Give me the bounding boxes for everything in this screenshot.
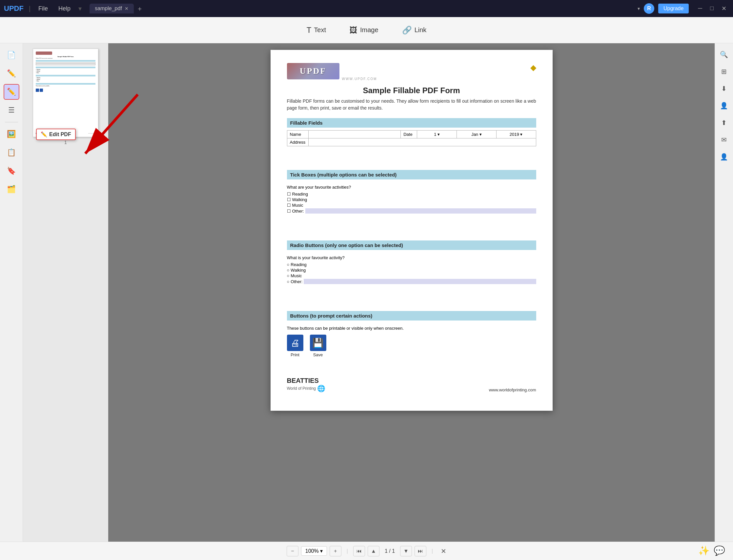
image-icon: 🖼 — [350, 26, 358, 35]
right-icon-search[interactable]: 🔍 — [717, 47, 731, 62]
pdf-page: UPDF WWW.UPDF.COM ◆ Sample Fillable PDF … — [271, 50, 553, 411]
name-input-cell[interactable] — [308, 131, 401, 138]
buttons-description: These buttons can be printable or visibl… — [287, 326, 536, 331]
fillable-fields-table: Name Date 1 ▾ Jan ▾ 2019 ▾ Address — [287, 130, 536, 146]
sidebar-icon-edit[interactable]: ✏️ — [4, 84, 19, 100]
zoom-in-button[interactable]: + — [330, 546, 342, 556]
edit-icon: ✏️ — [41, 131, 47, 137]
zoom-dropdown-icon: ▾ — [320, 548, 323, 554]
right-icon-upload[interactable]: ⬆ — [717, 115, 731, 130]
sidebar-icon-list[interactable]: ☰ — [4, 102, 19, 118]
pdf-logo: UPDF — [287, 63, 340, 79]
upgrade-button[interactable]: Upgrade — [658, 4, 689, 13]
divider2: ▾ — [78, 5, 82, 12]
text-tool[interactable]: T Text — [302, 23, 331, 37]
zoom-value: 100% — [305, 548, 319, 554]
text-label: Text — [314, 26, 326, 34]
comment-icon[interactable]: 💬 — [714, 545, 725, 556]
address-label: Address — [287, 138, 308, 146]
edit-pdf-label: Edit PDF — [49, 132, 71, 137]
radio-other: ○ Other: — [287, 279, 536, 284]
save-button[interactable]: 💾 Save — [310, 335, 326, 357]
page-display: 1 / 1 — [382, 548, 397, 554]
globe-icon: 🌐 — [317, 384, 325, 392]
pdf-title: Sample Fillable PDF Form — [287, 86, 536, 95]
sidebar-icon-sticker[interactable]: 🗂️ — [4, 181, 19, 197]
first-page-button[interactable]: ⏮ — [353, 546, 365, 556]
sidebar-icon-pages[interactable]: 📄 — [4, 47, 19, 63]
date-day-cell[interactable]: 1 ▾ — [417, 131, 457, 138]
checkbox-reading: ☐ Reading — [287, 192, 536, 197]
radio-buttons-content: What is your favourite activity? ○ Readi… — [287, 253, 536, 291]
fillable-fields-header: Fillable Fields — [287, 118, 536, 128]
print-button[interactable]: 🖨 Print — [287, 335, 304, 357]
close-bottom-bar-button[interactable]: ✕ — [441, 547, 446, 555]
right-icon-download[interactable]: ⬇ — [717, 81, 731, 96]
tick-boxes-question: What are your favourite activities? — [287, 185, 536, 190]
right-sidebar: 🔍 ⊞ ⬇ 👤 ⬆ ✉ 👤 — [715, 43, 733, 542]
right-icon-user[interactable]: 👤 — [717, 98, 731, 113]
footer-url: www.worldofprinting.com — [489, 387, 536, 392]
text-icon: T — [307, 26, 312, 35]
pdf-description: Fillable PDF forms can be customised to … — [287, 98, 536, 112]
minimize-button[interactable]: ─ — [695, 4, 705, 13]
divider: | — [29, 5, 31, 12]
upgrade-label: Upgrade — [663, 6, 683, 11]
zoom-display: 100% ▾ — [301, 546, 327, 556]
edit-pdf-button[interactable]: ✏️ Edit PDF — [36, 129, 76, 140]
buttons-content: These buttons can be printable or visibl… — [287, 323, 536, 364]
radio-walking: ○ Walking — [287, 268, 536, 273]
next-page-button[interactable]: ▼ — [400, 546, 412, 556]
title-bar-right: ▾ R Upgrade ─ □ ✕ — [638, 3, 729, 14]
right-icon-grid[interactable]: ⊞ — [717, 64, 731, 79]
tab-close-icon[interactable]: ✕ — [125, 6, 129, 11]
checkbox-walking: ☐ Walking — [287, 197, 536, 202]
help-menu[interactable]: Help — [56, 4, 73, 13]
tab-sample-pdf[interactable]: sample_pdf ✕ — [90, 4, 134, 13]
right-icon-share[interactable]: 👤 — [717, 150, 731, 164]
separator: | — [347, 548, 348, 554]
print-icon: 🖨 — [287, 335, 304, 351]
page-total: 1 — [392, 548, 395, 554]
tick-boxes-header: Tick Boxes (multiple options can be sele… — [287, 170, 536, 179]
file-menu[interactable]: File — [36, 4, 51, 13]
window-controls: ─ □ ✕ — [695, 4, 729, 13]
date-label: Date — [401, 131, 417, 138]
sidebar-divider — [5, 122, 18, 122]
title-bar: UPDF | File Help ▾ sample_pdf ✕ ＋ ▾ R Up… — [0, 0, 733, 17]
sidebar-icon-bookmark[interactable]: 🔖 — [4, 163, 19, 179]
date-year-cell[interactable]: 2019 ▾ — [496, 131, 536, 138]
pdf-viewer[interactable]: UPDF WWW.UPDF.COM ◆ Sample Fillable PDF … — [108, 43, 715, 542]
zoom-out-button[interactable]: − — [287, 546, 299, 556]
ai-icon[interactable]: ✨ — [698, 545, 710, 556]
address-input-cell[interactable] — [308, 138, 536, 146]
bottom-bar: − 100% ▾ + | ⏮ ▲ 1 / 1 ▼ ⏭ | ✕ ✨ 💬 — [0, 542, 733, 560]
thumbnail-page-num: 1 — [33, 140, 98, 145]
footer-logo: BEATTIES World of Printing 🌐 — [287, 377, 325, 392]
radio-reading: ○ Reading — [287, 262, 536, 267]
radio-music: ○ Music — [287, 273, 536, 278]
close-button[interactable]: ✕ — [719, 4, 729, 13]
page-separator: / — [389, 548, 392, 554]
sidebar-icon-clipboard[interactable]: 📋 — [4, 145, 19, 160]
right-icon-mail[interactable]: ✉ — [717, 133, 731, 147]
tab-add-icon[interactable]: ＋ — [136, 4, 143, 13]
save-label: Save — [313, 352, 323, 357]
print-label: Print — [291, 352, 300, 357]
dropdown-arrow-icon: ▾ — [638, 6, 640, 11]
sidebar-icon-annotate[interactable]: ✏️ — [4, 66, 19, 81]
last-page-button[interactable]: ⏭ — [414, 546, 426, 556]
prev-page-button[interactable]: ▲ — [367, 546, 379, 556]
sidebar-icon-image[interactable]: 🖼️ — [4, 126, 19, 142]
buttons-header: Buttons (to prompt certain actions) — [287, 311, 536, 321]
checkbox-other: ☐ Other: — [287, 208, 536, 214]
tick-boxes-content: What are your favourite activities? ☐ Re… — [287, 182, 536, 221]
image-tool[interactable]: 🖼 Image — [345, 23, 384, 37]
date-month-cell[interactable]: Jan ▾ — [457, 131, 496, 138]
avatar: R — [644, 3, 654, 14]
separator2: | — [431, 548, 433, 554]
thumbnail-image[interactable]: Sample Fillable PDF Form Fillable PDF fo… — [33, 49, 98, 137]
thumbnail-panel: Sample Fillable PDF Form Fillable PDF fo… — [23, 43, 108, 542]
maximize-button[interactable]: □ — [707, 4, 716, 13]
link-tool[interactable]: 🔗 Link — [397, 23, 432, 37]
